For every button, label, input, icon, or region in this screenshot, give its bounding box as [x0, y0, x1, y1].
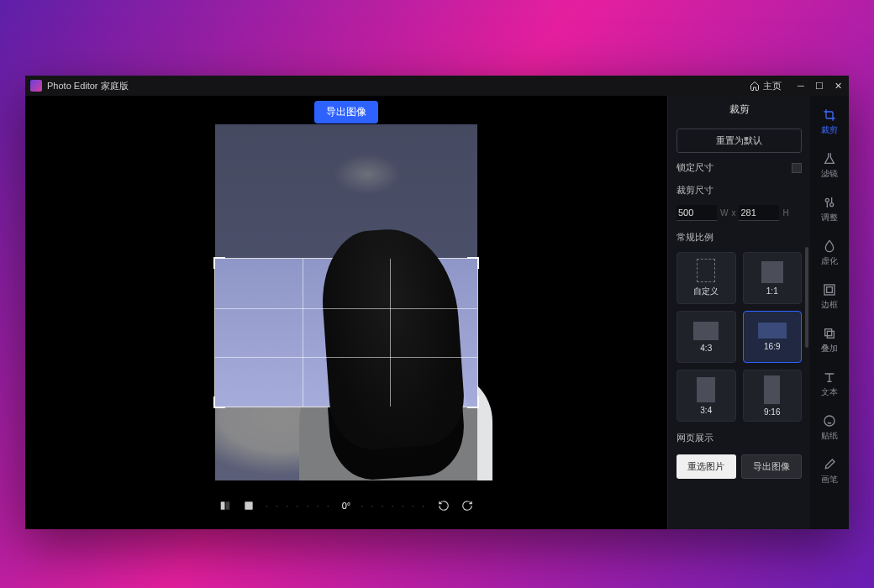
crop-icon	[822, 108, 837, 123]
panel-scrollbar[interactable]	[805, 247, 808, 348]
lock-size-label: 锁定尺寸	[677, 161, 713, 174]
tool-text[interactable]: 文本	[810, 366, 849, 402]
svg-rect-0	[245, 501, 252, 509]
svg-rect-5	[825, 329, 832, 336]
crop-width-input[interactable]	[677, 205, 717, 221]
flip-vertical-icon[interactable]	[242, 499, 255, 512]
ratio-16-9[interactable]: 16:9	[743, 311, 803, 363]
app-logo-icon	[30, 80, 42, 92]
ratio-4-3[interactable]: 4:3	[677, 311, 736, 363]
titlebar: Photo Editor 家庭版 主页 ─ ☐ ✕	[25, 76, 849, 96]
crop-properties-panel: 裁剪 重置为默认 锁定尺寸 裁剪尺寸 W x H 常规比例 自定义	[667, 96, 810, 529]
app-title: Photo Editor 家庭版	[47, 80, 129, 92]
ratio-custom[interactable]: 自定义	[677, 252, 736, 304]
ratio-9-16[interactable]: 9:16	[743, 370, 803, 422]
tool-blur[interactable]: 虚化	[810, 235, 849, 270]
export-image-button[interactable]: 导出图像	[314, 101, 378, 123]
crop-handle-tl[interactable]	[213, 257, 225, 269]
tool-adjust[interactable]: 调整	[810, 192, 849, 227]
adjust-icon	[822, 195, 837, 210]
svg-point-2	[830, 203, 834, 207]
rotate-toolbar: · · · · · · · 0° · · · · · · ·	[218, 499, 474, 512]
flip-horizontal-icon[interactable]	[218, 499, 232, 512]
crop-height-input[interactable]	[739, 205, 779, 221]
common-ratio-label: 常规比例	[677, 231, 802, 244]
reset-default-button[interactable]: 重置为默认	[677, 129, 802, 153]
brush-icon	[822, 457, 837, 472]
sticker-icon	[822, 413, 837, 428]
svg-rect-3	[824, 285, 835, 295]
rotate-cw-icon[interactable]	[461, 499, 474, 512]
height-unit: H	[782, 208, 788, 218]
lock-size-checkbox[interactable]	[792, 163, 802, 173]
svg-point-1	[825, 198, 829, 202]
crop-handle-bl[interactable]	[213, 396, 225, 408]
close-button[interactable]: ✕	[832, 81, 844, 92]
panel-title: 裁剪	[677, 102, 802, 117]
tool-brush[interactable]: 画笔	[810, 454, 849, 489]
canvas-area: 导出图像	[25, 96, 667, 529]
ratio-grid: 自定义 1:1 4:3 16:9 3:4	[677, 252, 802, 422]
frame-icon	[822, 282, 837, 297]
minimize-button[interactable]: ─	[795, 81, 807, 92]
image-canvas[interactable]	[215, 124, 477, 480]
export-image-button-2[interactable]: 导出图像	[741, 454, 803, 479]
home-icon[interactable]: 主页	[750, 80, 782, 92]
filter-icon	[822, 151, 837, 166]
reselect-image-button[interactable]: 重选图片	[677, 454, 736, 479]
text-icon	[822, 370, 837, 385]
svg-point-7	[824, 416, 835, 426]
svg-rect-4	[827, 287, 833, 293]
tool-sidebar: 裁剪 滤镜 调整 虚化	[810, 96, 849, 529]
tool-filter[interactable]: 滤镜	[810, 148, 849, 183]
app-window: Photo Editor 家庭版 主页 ─ ☐ ✕ 导出图像	[25, 76, 849, 529]
tool-overlay[interactable]: 叠加	[810, 323, 849, 358]
crop-size-label: 裁剪尺寸	[677, 184, 802, 197]
crop-handle-tr[interactable]	[467, 257, 479, 269]
blur-icon	[822, 239, 837, 254]
tool-frame[interactable]: 边框	[810, 279, 849, 314]
web-display-label: 网页展示	[677, 432, 802, 444]
overlay-icon	[822, 326, 837, 341]
svg-rect-6	[827, 331, 834, 338]
width-unit: W	[720, 208, 728, 218]
tool-sticker[interactable]: 贴纸	[810, 410, 849, 445]
crop-handle-br[interactable]	[467, 396, 479, 408]
rotate-ccw-icon[interactable]	[437, 499, 450, 512]
crop-selection[interactable]	[215, 259, 477, 407]
ratio-3-4[interactable]: 3:4	[677, 370, 736, 422]
tool-crop[interactable]: 裁剪	[810, 104, 849, 139]
ratio-1-1[interactable]: 1:1	[743, 252, 803, 304]
maximize-button[interactable]: ☐	[813, 81, 825, 92]
home-label: 主页	[763, 80, 782, 92]
rotation-angle: 0°	[342, 501, 351, 511]
